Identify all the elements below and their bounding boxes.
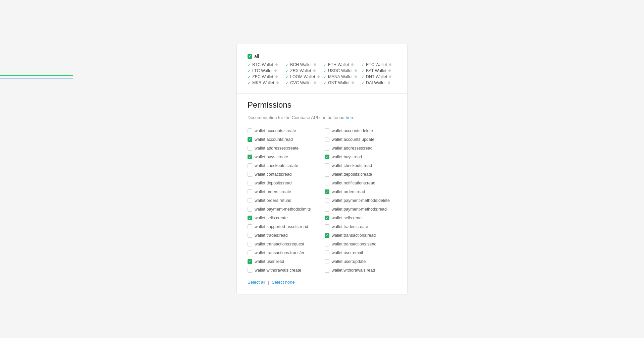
permission-checkbox[interactable] (325, 224, 329, 229)
permission-checkbox[interactable] (325, 233, 329, 238)
permission-item[interactable]: wallet:user:update (325, 258, 396, 266)
wallet-label: ETH Wallet (328, 62, 349, 67)
permission-item[interactable]: wallet:deposits:create (325, 170, 396, 178)
wallet-item[interactable]: ✓LOOM Wallet (285, 74, 321, 79)
permission-checkbox[interactable] (248, 207, 252, 212)
permission-item[interactable]: wallet:sells:read (325, 214, 396, 222)
wallet-status-dot (355, 75, 357, 78)
wallet-item[interactable]: ✓ETC Wallet (361, 62, 396, 67)
permission-item[interactable]: wallet:addresses:read (325, 144, 396, 152)
permission-checkbox[interactable] (325, 216, 329, 220)
permission-checkbox[interactable] (248, 233, 252, 238)
permission-item[interactable]: wallet:accounts:create (248, 127, 319, 135)
permission-checkbox[interactable] (325, 198, 329, 203)
permission-item[interactable]: wallet:user:email (325, 249, 396, 257)
permission-item[interactable]: wallet:user:read (248, 258, 319, 266)
permission-checkbox[interactable] (248, 224, 252, 229)
permission-item[interactable]: wallet:transactions:request (248, 240, 319, 248)
permission-label: wallet:accounts:update (332, 137, 374, 142)
wallet-item[interactable]: ✓ZEC Wallet (248, 74, 283, 79)
wallet-item[interactable]: ✓GNT Wallet (323, 80, 359, 85)
permission-checkbox[interactable] (325, 242, 329, 246)
wallet-item[interactable]: ✓ETH Wallet (323, 62, 359, 67)
permission-checkbox[interactable] (248, 137, 252, 142)
permission-checkbox[interactable] (325, 146, 329, 151)
wallet-item[interactable]: ✓MANA Wallet (323, 74, 359, 79)
permission-checkbox[interactable] (248, 268, 252, 273)
permission-checkbox[interactable] (325, 250, 329, 255)
permission-item[interactable]: wallet:orders:refund (248, 196, 319, 205)
permission-item[interactable]: wallet:transactions:send (325, 240, 396, 248)
permission-checkbox[interactable] (248, 259, 252, 264)
permission-checkbox[interactable] (248, 155, 252, 159)
permission-item[interactable]: wallet:addresses:create (248, 144, 319, 152)
permission-item[interactable]: wallet:withdrawals:create (248, 266, 319, 274)
permission-checkbox[interactable] (248, 172, 252, 177)
permission-item[interactable]: wallet:accounts:read (248, 135, 319, 144)
permission-item[interactable]: wallet:accounts:delete (325, 127, 396, 135)
permission-item[interactable]: wallet:contacts:read (248, 170, 319, 178)
doc-link[interactable]: here (346, 115, 355, 120)
permission-label: wallet:contacts:read (255, 172, 291, 177)
select-none-link[interactable]: Select none (272, 280, 295, 285)
permission-label: wallet:withdrawals:create (255, 268, 301, 273)
permission-checkbox[interactable] (325, 155, 329, 159)
permission-item[interactable]: wallet:buys:read (325, 153, 396, 161)
wallet-check-icon: ✓ (248, 62, 251, 67)
permission-checkbox[interactable] (325, 207, 329, 212)
permission-item[interactable]: wallet:payment-methods:limits (248, 205, 319, 213)
wallet-item[interactable]: ✓DAI Wallet (361, 80, 396, 85)
all-checkbox[interactable] (248, 54, 252, 59)
permission-checkbox[interactable] (325, 163, 329, 168)
permission-checkbox[interactable] (248, 216, 252, 220)
permission-checkbox[interactable] (325, 268, 329, 273)
permission-checkbox[interactable] (248, 189, 252, 194)
wallet-item[interactable]: ✓CVC Wallet (285, 80, 321, 85)
permission-label: wallet:addresses:read (332, 146, 373, 151)
permission-item[interactable]: wallet:deposits:read (248, 179, 319, 187)
permission-item[interactable]: wallet:trades:read (248, 231, 319, 239)
permission-item[interactable]: wallet:transactions:read (325, 231, 396, 239)
wallet-status-dot (351, 63, 354, 66)
wallet-item[interactable]: ✓BTC Wallet (248, 62, 283, 67)
wallet-check-icon: ✓ (323, 62, 327, 67)
wallet-item[interactable]: ✓ZRX Wallet (285, 68, 321, 73)
permission-checkbox[interactable] (325, 259, 329, 264)
permission-checkbox[interactable] (325, 128, 329, 133)
permission-checkbox[interactable] (325, 137, 329, 142)
permission-item[interactable]: wallet:payment-methods:delete (325, 196, 396, 205)
permission-item[interactable]: wallet:accounts:update (325, 135, 396, 144)
wallet-item[interactable]: ✓MKR Wallet (248, 80, 283, 85)
wallet-item[interactable]: ✓BAT Wallet (361, 68, 396, 73)
permission-item[interactable]: wallet:withdrawals:read (325, 266, 396, 274)
permission-checkbox[interactable] (248, 198, 252, 203)
permission-label: wallet:payment-methods:limits (255, 207, 311, 212)
permission-item[interactable]: wallet:sells:create (248, 214, 319, 222)
permission-item[interactable]: wallet:payment-methods:read (325, 205, 396, 213)
permission-item[interactable]: wallet:trades:create (325, 223, 396, 231)
permission-item[interactable]: wallet:notifications:read (325, 179, 396, 187)
wallet-label: ZEC Wallet (252, 74, 273, 79)
permission-checkbox[interactable] (248, 181, 252, 185)
permission-item[interactable]: wallet:checkouts:create (248, 162, 319, 170)
permission-checkbox[interactable] (248, 146, 252, 151)
wallet-item[interactable]: ✓BCH Wallet (285, 62, 321, 67)
permission-item[interactable]: wallet:orders:read (325, 188, 396, 196)
wallet-item[interactable]: ✓LTC Wallet (248, 68, 283, 73)
wallet-item[interactable]: ✓DNT Wallet (361, 74, 396, 79)
permission-checkbox[interactable] (248, 242, 252, 246)
permission-item[interactable]: wallet:transactions:transfer (248, 249, 319, 257)
permission-checkbox[interactable] (325, 189, 329, 194)
select-all-link[interactable]: Select all (248, 280, 265, 285)
permission-item[interactable]: wallet:checkouts:read (325, 162, 396, 170)
permission-label: wallet:transactions:send (332, 242, 376, 246)
permission-checkbox[interactable] (248, 128, 252, 133)
permission-checkbox[interactable] (248, 250, 252, 255)
permission-checkbox[interactable] (325, 181, 329, 185)
permission-checkbox[interactable] (325, 172, 329, 177)
permission-item[interactable]: wallet:buys:create (248, 153, 319, 161)
wallet-item[interactable]: ✓USDC Wallet (323, 68, 359, 73)
permission-item[interactable]: wallet:supported-assets:read (248, 223, 319, 231)
permission-checkbox[interactable] (248, 163, 252, 168)
permission-item[interactable]: wallet:orders:create (248, 188, 319, 196)
